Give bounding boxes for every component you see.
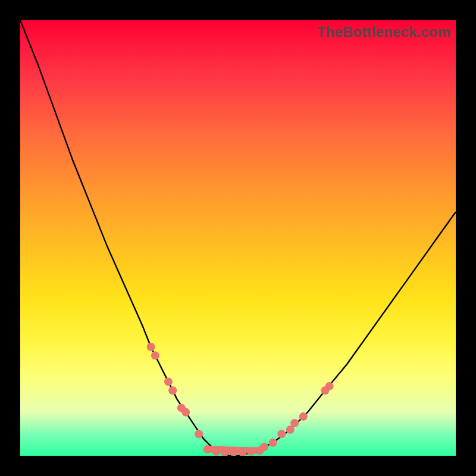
- curve-marker: [325, 382, 334, 390]
- curve-marker: [260, 443, 268, 451]
- curve-marker: [195, 430, 203, 438]
- bottleneck-curve: [20, 20, 456, 456]
- chart-frame: TheBottleneck.com: [0, 0, 476, 476]
- curve-marker: [269, 439, 277, 447]
- curve-marker: [203, 445, 212, 453]
- curve-marker: [212, 447, 220, 456]
- curve-markers: [147, 343, 334, 456]
- curve-marker: [181, 408, 190, 416]
- curve-marker: [164, 378, 173, 386]
- curve-marker: [147, 343, 155, 351]
- curve-layer: [20, 20, 456, 456]
- plot-area: TheBottleneck.com: [20, 20, 456, 456]
- curve-marker: [168, 386, 177, 394]
- curve-marker: [290, 419, 299, 427]
- curve-marker: [299, 412, 308, 421]
- curve-marker: [151, 352, 159, 360]
- curve-marker: [277, 430, 286, 438]
- curve-marker: [247, 447, 255, 456]
